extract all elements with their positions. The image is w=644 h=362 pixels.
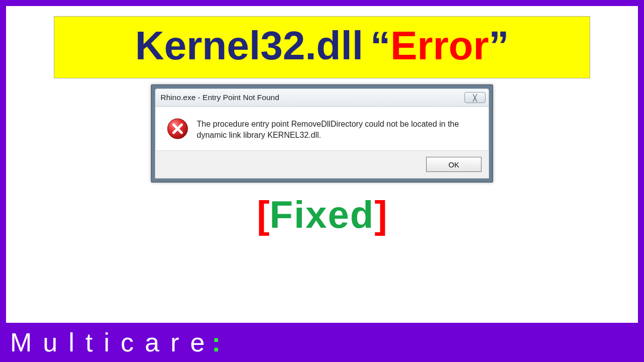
dialog-message: The procedure entry point RemoveDllDirec… bbox=[197, 118, 477, 140]
error-icon bbox=[167, 118, 189, 140]
headline-main-text: Kernel32.dll bbox=[135, 23, 363, 69]
close-icon: ╳ bbox=[473, 94, 477, 102]
bracket-open: [ bbox=[257, 193, 269, 236]
dialog-body: The procedure entry point RemoveDllDirec… bbox=[155, 107, 489, 150]
ok-button-label: OK bbox=[448, 160, 459, 169]
brand-colon: : bbox=[212, 327, 220, 357]
ok-button[interactable]: OK bbox=[426, 157, 481, 172]
headline-band: Kernel32.dll “Error” bbox=[54, 16, 590, 78]
thumbnail-frame: Kernel32.dll “Error” Rhino.exe - Entry P… bbox=[0, 0, 644, 362]
brand-name: Multicare bbox=[10, 327, 216, 357]
headline-error-wrap: “Error” bbox=[370, 23, 509, 69]
close-quote: ” bbox=[489, 23, 509, 68]
dialog-title: Rhino.exe - Entry Point Not Found bbox=[160, 93, 279, 102]
dialog-footer: OK bbox=[155, 150, 489, 178]
close-button[interactable]: ╳ bbox=[464, 92, 486, 103]
headline-error-text: Error bbox=[390, 23, 489, 68]
error-dialog: Rhino.exe - Entry Point Not Found ╳ bbox=[151, 84, 493, 183]
bracket-close: ] bbox=[374, 193, 387, 236]
dialog-container: Rhino.exe - Entry Point Not Found ╳ bbox=[6, 84, 638, 183]
dialog-titlebar: Rhino.exe - Entry Point Not Found ╳ bbox=[155, 88, 489, 107]
open-quote: “ bbox=[370, 23, 390, 68]
brand-bar: Multicare : bbox=[0, 323, 644, 362]
fixed-caption: [Fixed] bbox=[6, 193, 638, 236]
fixed-word: Fixed bbox=[270, 193, 375, 236]
